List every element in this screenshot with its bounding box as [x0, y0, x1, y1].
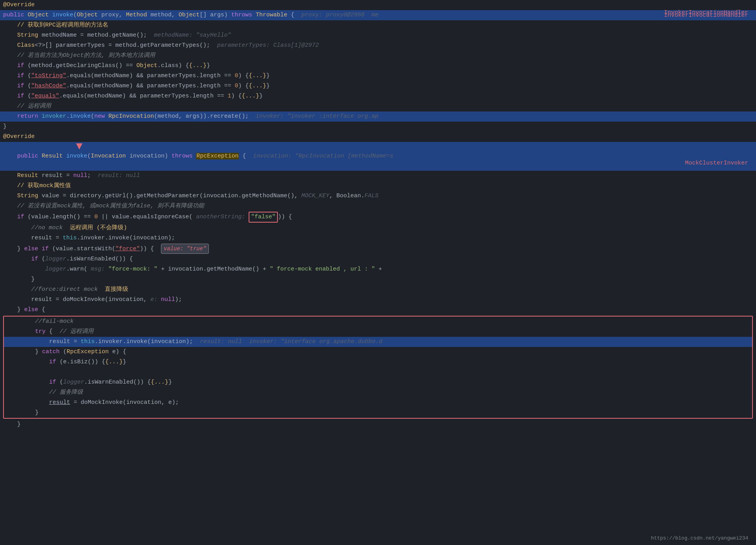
- code-line-6: // 若当前方法为Object的方法, 则为本地方法调用: [0, 51, 756, 61]
- code-line-16: Result result = null; result: null: [0, 171, 756, 181]
- code-line-38: result = doMockInvoke(invocation, e);: [4, 398, 752, 408]
- arrow-indicator: ▼: [76, 138, 83, 156]
- value-tooltip: value: "true": [161, 244, 209, 254]
- code-line-12: return invoker.invoke(new RpcInvocation(…: [0, 111, 756, 122]
- code-line-20: if (value.length() == 0 || value.equalsI…: [0, 211, 756, 223]
- code-line-23: } else if (value.startsWith("force")) { …: [0, 243, 756, 254]
- code-line-17: // 获取mock属性值: [0, 181, 756, 191]
- url-label: https://blog.csdn.net/yangwei234: [651, 535, 748, 541]
- code-line-3: // 获取到RPC远程调用用的方法名: [0, 20, 756, 30]
- code-line-7: if (method.getDeclaringClass() == Object…: [0, 61, 756, 71]
- code-line-26: }: [0, 274, 756, 285]
- code-line-35: [4, 367, 752, 377]
- code-line-27: //force:direct mock 直接降级: [0, 285, 756, 295]
- red-box-section: //fail-mock try { // 远程调用 result = this.…: [3, 316, 753, 419]
- code-line-33: } catch (RpcException e) {: [4, 347, 752, 357]
- code-line-14: @Override: [0, 132, 756, 142]
- code-line-25: logger.warn( msg: "force-mock: " + invoc…: [0, 264, 756, 274]
- code-line-11: // 远程调用: [0, 101, 756, 111]
- code-line-21: //no mock 远程调用 (不会降级): [0, 223, 756, 233]
- code-line-30: //fail-mock: [4, 317, 752, 327]
- code-line-36: if (logger.isWarnEnabled()) {{...}}: [4, 377, 752, 388]
- code-line-34: if (e.isBiz()) {{...}}: [4, 357, 752, 367]
- code-line-5: Class<?>[] parameterTypes = method.getPa…: [0, 41, 756, 51]
- code-container: @Override public Object invoke(Object pr…: [0, 0, 756, 430]
- code-line-2: public Object invoke(Object proxy, Metho…: [0, 10, 756, 20]
- code-line-37: // 服务降级: [4, 388, 752, 398]
- code-line-24: if (logger.isWarnEnabled()) {: [0, 254, 756, 264]
- invoker-handler-label: InvokerInvocationHandler: [664, 9, 748, 16]
- code-line-10: if ("equals".equals(methodName) && param…: [0, 91, 756, 101]
- code-line-28: result = doMockInvoke(invocation, e: nul…: [0, 295, 756, 305]
- code-line-19: // 若没有设置mock属性, 或mock属性值为false, 则不具有降级功能: [0, 201, 756, 211]
- code-line-39: }: [4, 408, 752, 418]
- code-line-32: result = this.invoker.invoke(invocation)…: [4, 337, 752, 347]
- code-line-29: } else {: [0, 305, 756, 315]
- mock-cluster-invoker-label: MockClusterInvoker: [685, 160, 748, 166]
- code-line-31: try { // 远程调用: [4, 327, 752, 337]
- code-line-9: if ("hashCode".equals(methodName) && par…: [0, 81, 756, 91]
- code-line-22: result = this.invoker.invoke(invocation)…: [0, 233, 756, 243]
- code-line-40: }: [0, 419, 756, 430]
- code-line-15: ▼public Result invoke(Invocation invocat…: [0, 142, 756, 171]
- code-line-1: @Override: [0, 0, 756, 10]
- code-line-18: String value = directory.getUrl().getMet…: [0, 191, 756, 201]
- code-line-8: if ("toString".equals(methodName) && par…: [0, 71, 756, 81]
- code-line-13: }: [0, 122, 756, 132]
- code-line-4: String methodName = method.getName(); me…: [0, 30, 756, 41]
